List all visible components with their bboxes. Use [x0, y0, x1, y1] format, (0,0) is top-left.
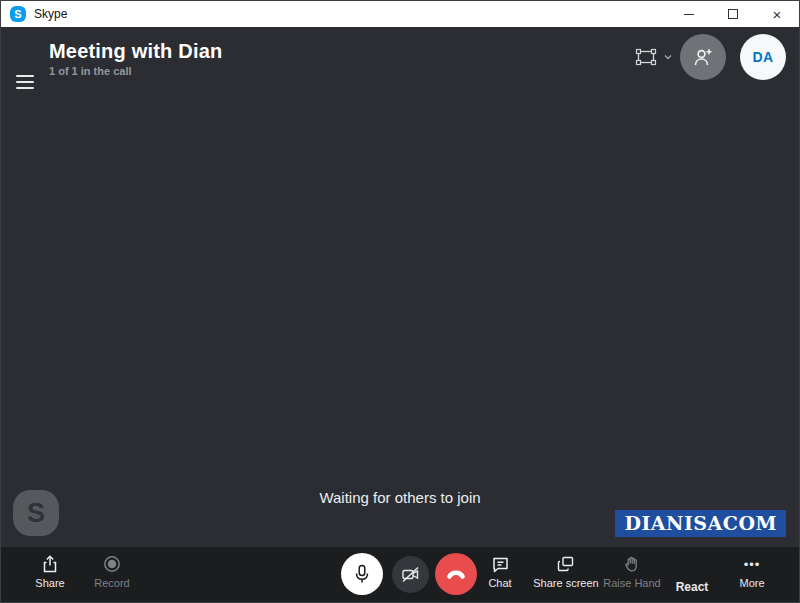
share-screen-button[interactable]: Share screen [528, 547, 604, 602]
close-button[interactable]: × [755, 1, 799, 27]
microphone-button[interactable] [341, 553, 383, 595]
react-label: React [676, 580, 709, 594]
record-icon [103, 552, 121, 576]
grid-view-button[interactable] [635, 47, 672, 67]
close-icon: × [773, 7, 782, 22]
chat-icon [491, 552, 510, 576]
grid-view-icon [635, 47, 661, 67]
self-video-avatar[interactable]: S [13, 490, 59, 536]
watermark: DIANISACOM [615, 510, 786, 537]
avatar[interactable]: DA [740, 34, 786, 80]
skype-call-window: S Skype × Meeting with Dian 1 of 1 in th… [0, 0, 800, 603]
more-button[interactable]: ••• More [714, 547, 790, 602]
call-stage: Meeting with Dian 1 of 1 in the call DA … [1, 27, 799, 547]
chevron-down-icon [664, 54, 672, 60]
minimize-button[interactable] [667, 1, 711, 27]
microphone-icon [351, 563, 373, 585]
camera-off-button[interactable] [392, 556, 429, 593]
add-person-icon [692, 46, 714, 68]
raise-hand-icon [623, 552, 641, 576]
window-controls: × [667, 1, 799, 27]
share-icon [40, 552, 60, 576]
waiting-status: Waiting for others to join [1, 489, 799, 506]
chat-button[interactable]: Chat [462, 547, 538, 602]
more-label: More [739, 577, 764, 589]
window-title: Skype [34, 7, 67, 21]
share-screen-label: Share screen [533, 577, 598, 589]
add-participant-button[interactable] [680, 34, 726, 80]
call-toolbar: Share Record [1, 547, 799, 602]
skype-logo-icon: S [10, 6, 26, 22]
more-icon: ••• [744, 552, 761, 576]
titlebar: S Skype × [1, 1, 799, 27]
share-label: Share [35, 577, 64, 589]
minimize-icon [684, 14, 694, 15]
record-button[interactable]: Record [74, 547, 150, 602]
participant-count: 1 of 1 in the call [49, 65, 132, 77]
record-label: Record [94, 577, 129, 589]
camera-off-icon [400, 564, 421, 585]
call-title: Meeting with Dian [49, 40, 222, 63]
maximize-icon [728, 9, 738, 19]
menu-button[interactable] [16, 75, 34, 89]
maximize-button[interactable] [711, 1, 755, 27]
share-screen-icon [556, 552, 576, 576]
raise-hand-label: Raise Hand [603, 577, 660, 589]
chat-label: Chat [488, 577, 511, 589]
